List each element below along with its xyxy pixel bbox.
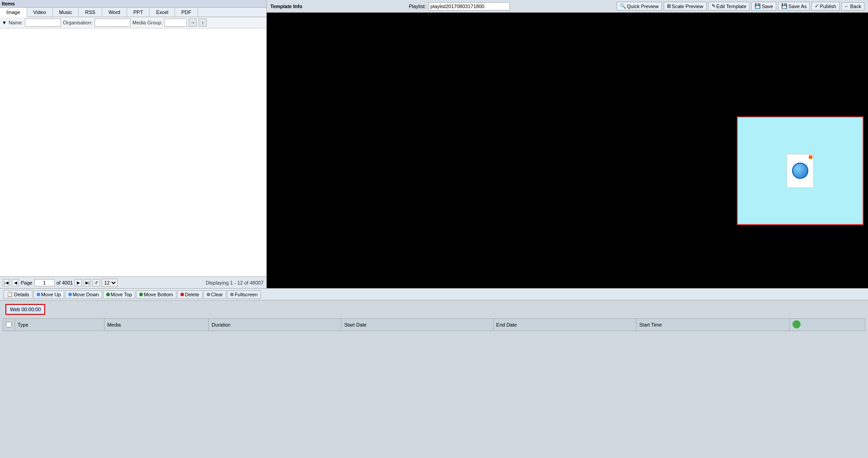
edit-template-button[interactable]: ✎ Edit Template [708, 2, 750, 10]
move-bottom-dot [139, 293, 143, 296]
tab-video[interactable]: Video [27, 8, 53, 17]
scale-preview-icon: ⊞ [667, 3, 671, 9]
tab-image[interactable]: Image [0, 8, 27, 17]
globe-icon [792, 163, 808, 179]
col-action [790, 319, 865, 331]
name-input[interactable] [25, 19, 61, 27]
delete-dot [180, 293, 184, 296]
filter-bar-icon: ▼ [2, 20, 7, 25]
playlist-item-row[interactable]: Web 00:00:00 [5, 304, 45, 315]
org-input[interactable] [94, 19, 131, 27]
quick-preview-button[interactable]: 🔍 Quick Preview [617, 2, 662, 10]
clear-dot [207, 293, 210, 296]
select-all-checkbox[interactable] [6, 322, 12, 327]
template-title: Template Info [270, 4, 302, 9]
save-button[interactable]: 💾 Save [751, 2, 776, 10]
page-refresh-button[interactable]: ↺ [93, 279, 100, 286]
move-up-dot [37, 293, 40, 296]
template-toolbar: 🔍 Quick Preview ⊞ Scale Preview ✎ Edit T… [617, 2, 864, 10]
move-top-button[interactable]: Move Top [103, 290, 136, 299]
playlist-label: Playlist: [409, 4, 426, 9]
page-label: Page [21, 280, 33, 285]
pin-dot [809, 155, 812, 159]
delete-button[interactable]: Delete [177, 290, 203, 299]
filter-bar: ▼ Name: Organisation: Media Group: → ↑ [0, 17, 266, 28]
col-media: Media [104, 319, 209, 331]
col-start-date: Start Date [341, 319, 493, 331]
page-last-button[interactable]: ▶| [84, 279, 91, 286]
details-icon: 📋 [7, 291, 13, 297]
preview-area [267, 13, 868, 288]
name-label: Name: [9, 20, 23, 25]
playlist-table: Type Media Duration Start Date End Date [3, 318, 865, 331]
save-as-button[interactable]: 💾 Save As [778, 2, 810, 10]
group-label: Media Group: [132, 20, 163, 25]
display-info: Displaying 1 - 12 of 48007 [206, 280, 264, 285]
fullscreen-dot [230, 293, 234, 296]
back-icon: ← [844, 4, 849, 9]
playlist-input[interactable] [429, 2, 510, 10]
items-panel-header: Items [0, 0, 266, 8]
tab-word[interactable]: Word [102, 8, 127, 17]
playlist-area: Playlist: [409, 2, 510, 10]
web-icon-container [738, 117, 863, 224]
page-first-button[interactable]: |◀ [3, 279, 10, 286]
add-row-button[interactable] [793, 320, 801, 328]
page-total: of 4001 [57, 280, 73, 285]
group-input[interactable] [164, 19, 187, 27]
filter-up-button[interactable]: ↑ [198, 19, 207, 27]
tab-rss[interactable]: RSS [79, 8, 102, 17]
page-prev-button[interactable]: ◀ [12, 279, 19, 286]
file-icon [787, 154, 814, 188]
clear-button[interactable]: Clear [203, 290, 226, 299]
tab-music[interactable]: Music [53, 8, 79, 17]
edit-template-icon: ✎ [712, 3, 716, 9]
details-button[interactable]: 📋 Details [4, 290, 33, 299]
col-start-time: Start Time [637, 319, 790, 331]
web-preview-widget [737, 117, 863, 225]
publish-button[interactable]: ✓ Publish [811, 2, 839, 10]
template-header: Template Info Playlist: 🔍 Quick Preview … [267, 0, 868, 13]
org-label: Organisation: [63, 20, 92, 25]
col-end-date: End Date [493, 319, 636, 331]
back-button[interactable]: ← Back [841, 2, 864, 10]
move-up-button[interactable]: Move Up [33, 290, 64, 299]
pagination-bar: |◀ ◀ Page of 4001 ▶ ▶| ↺ 12 24 48 Displa… [0, 276, 266, 288]
items-title: Items [2, 1, 15, 6]
col-checkbox [3, 319, 15, 331]
move-bottom-button[interactable]: Move Bottom [136, 290, 176, 299]
table-header-row: Type Media Duration Start Date End Date [3, 319, 865, 331]
move-down-button[interactable]: Move Down [65, 290, 102, 299]
items-content-area [0, 28, 266, 276]
page-next-button[interactable]: ▶ [75, 279, 82, 286]
scale-preview-button[interactable]: ⊞ Scale Preview [664, 2, 707, 10]
tab-bar: Image Video Music RSS Word PPT Excel PDF [0, 8, 266, 17]
bottom-section: 📋 Details Move Up Move Down Move Top Mov… [0, 288, 868, 458]
publish-icon: ✓ [815, 3, 819, 9]
page-input[interactable] [34, 279, 55, 286]
save-icon: 💾 [755, 3, 761, 9]
col-duration: Duration [209, 319, 341, 331]
col-type: Type [15, 319, 104, 331]
filter-arrow-button[interactable]: → [189, 19, 197, 27]
tab-pdf[interactable]: PDF [175, 8, 198, 17]
per-page-select[interactable]: 12 24 48 [102, 279, 118, 287]
playlist-table-container: Type Media Duration Start Date End Date [0, 318, 868, 331]
save-as-icon: 💾 [781, 3, 788, 9]
fullscreen-button[interactable]: Fullscreen [227, 290, 261, 299]
tab-ppt[interactable]: PPT [127, 8, 150, 17]
move-down-dot [68, 293, 72, 296]
move-top-dot [106, 293, 110, 296]
tab-excel[interactable]: Excel [150, 8, 175, 17]
playlist-item-label: Web 00:00:00 [10, 307, 41, 312]
quick-preview-icon: 🔍 [620, 3, 626, 9]
bottom-toolbar: 📋 Details Move Up Move Down Move Top Mov… [0, 289, 868, 300]
